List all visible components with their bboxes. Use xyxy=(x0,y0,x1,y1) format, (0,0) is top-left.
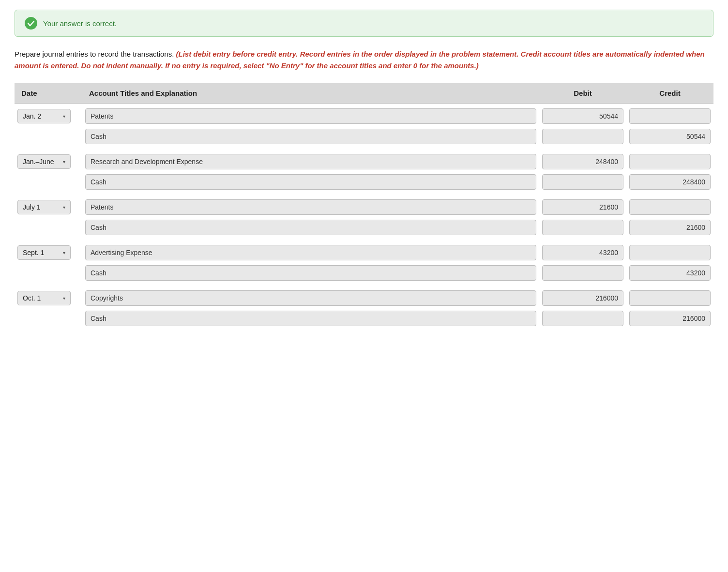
table-row: Oct. 1 ▾ xyxy=(15,286,713,308)
debit-input[interactable] xyxy=(542,311,623,326)
table-row: Jan. 2 ▾ xyxy=(15,104,713,127)
credit-input[interactable] xyxy=(629,311,711,326)
credit-input[interactable] xyxy=(629,129,711,144)
account-input[interactable] xyxy=(85,199,536,215)
date-dropdown[interactable]: Oct. 1 ▾ xyxy=(17,291,71,305)
table-row: July 1 ▾ xyxy=(15,195,713,217)
debit-input[interactable] xyxy=(542,265,623,281)
credit-input[interactable] xyxy=(629,199,711,215)
account-input[interactable] xyxy=(85,129,536,144)
debit-input[interactable] xyxy=(542,290,623,306)
journal-table: Date Account Titles and Explanation Debi… xyxy=(15,83,713,331)
debit-input[interactable] xyxy=(542,108,623,124)
chevron-down-icon: ▾ xyxy=(63,296,65,301)
date-value: Sept. 1 xyxy=(23,249,44,256)
date-value: Oct. 1 xyxy=(23,294,41,302)
table-row: Jan.–June ▾ xyxy=(15,149,713,172)
date-dropdown[interactable]: Sept. 1 ▾ xyxy=(17,245,71,260)
account-cell xyxy=(82,104,539,127)
chevron-down-icon: ▾ xyxy=(63,250,65,256)
table-row xyxy=(15,308,713,331)
table-row xyxy=(15,263,713,286)
date-value: Jan. 2 xyxy=(23,112,41,120)
debit-input[interactable] xyxy=(542,174,623,190)
credit-input[interactable] xyxy=(629,220,711,235)
date-dropdown[interactable]: July 1 ▾ xyxy=(17,200,71,214)
account-input[interactable] xyxy=(85,154,536,169)
check-icon xyxy=(25,17,37,30)
table-row: Sept. 1 ▾ xyxy=(15,240,713,263)
instructions-prefix: Prepare journal entries to record the tr… xyxy=(15,50,174,58)
date-value: Jan.–June xyxy=(23,158,54,166)
correct-banner: Your answer is correct. xyxy=(15,10,713,37)
chevron-down-icon: ▾ xyxy=(63,205,65,210)
account-input[interactable] xyxy=(85,108,536,124)
account-input[interactable] xyxy=(85,220,536,235)
debit-input[interactable] xyxy=(542,199,623,215)
instructions: Prepare journal entries to record the tr… xyxy=(15,48,713,72)
debit-input[interactable] xyxy=(542,220,623,235)
account-input[interactable] xyxy=(85,290,536,306)
credit-input[interactable] xyxy=(629,174,711,190)
account-input[interactable] xyxy=(85,311,536,326)
debit-input[interactable] xyxy=(542,154,623,169)
table-header-row: Date Account Titles and Explanation Debi… xyxy=(15,83,713,104)
debit-input[interactable] xyxy=(542,245,623,260)
credit-cell xyxy=(626,104,713,127)
date-cell: Jan. 2 ▾ xyxy=(15,104,82,127)
date-value: July 1 xyxy=(23,203,41,211)
chevron-down-icon: ▾ xyxy=(63,114,65,119)
table-row xyxy=(15,172,713,195)
credit-input[interactable] xyxy=(629,108,711,124)
credit-input[interactable] xyxy=(629,245,711,260)
table-row xyxy=(15,217,713,240)
date-dropdown[interactable]: Jan.–June ▾ xyxy=(17,154,71,169)
date-dropdown[interactable]: Jan. 2 ▾ xyxy=(17,109,71,123)
header-account: Account Titles and Explanation xyxy=(82,83,539,104)
account-input[interactable] xyxy=(85,174,536,190)
chevron-down-icon: ▾ xyxy=(63,159,65,165)
header-credit: Credit xyxy=(626,83,713,104)
debit-input[interactable] xyxy=(542,129,623,144)
account-input[interactable] xyxy=(85,245,536,260)
credit-input[interactable] xyxy=(629,290,711,306)
table-row xyxy=(15,126,713,149)
correct-banner-text: Your answer is correct. xyxy=(43,19,117,28)
debit-cell xyxy=(539,104,626,127)
credit-input[interactable] xyxy=(629,154,711,169)
account-input[interactable] xyxy=(85,265,536,281)
header-debit: Debit xyxy=(539,83,626,104)
header-date: Date xyxy=(15,83,82,104)
credit-input[interactable] xyxy=(629,265,711,281)
